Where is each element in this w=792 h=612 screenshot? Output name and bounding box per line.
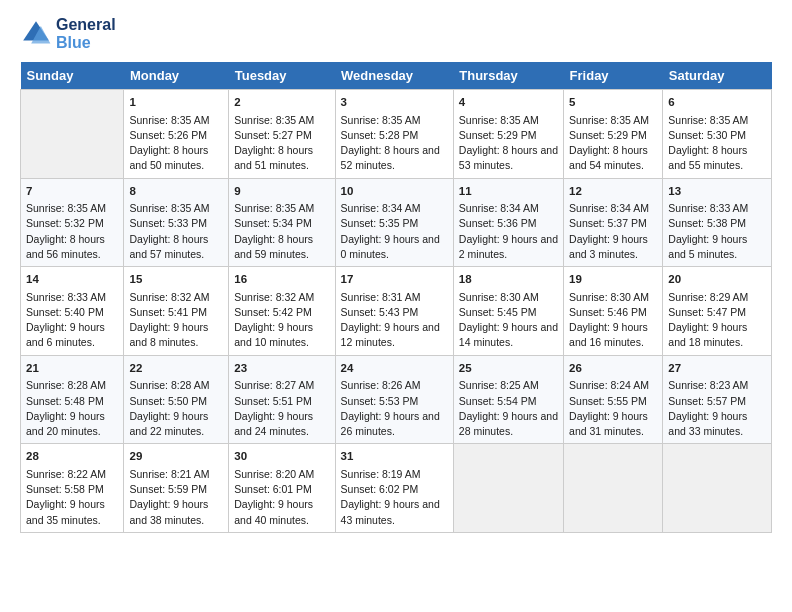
calendar-cell: 30Sunrise: 8:20 AMSunset: 6:01 PMDayligh… [229, 444, 335, 533]
calendar-cell: 14Sunrise: 8:33 AMSunset: 5:40 PMDayligh… [21, 267, 124, 356]
col-header-saturday: Saturday [663, 62, 772, 90]
daylight-text: Daylight: 9 hours and 3 minutes. [569, 233, 648, 260]
sunset-text: Sunset: 5:57 PM [668, 395, 746, 407]
daylight-text: Daylight: 9 hours and 18 minutes. [668, 321, 747, 348]
sunset-text: Sunset: 5:40 PM [26, 306, 104, 318]
sunset-text: Sunset: 5:48 PM [26, 395, 104, 407]
daylight-text: Daylight: 9 hours and 12 minutes. [341, 321, 440, 348]
day-number: 28 [26, 448, 118, 465]
sunrise-text: Sunrise: 8:32 AM [234, 291, 314, 303]
sunset-text: Sunset: 5:41 PM [129, 306, 207, 318]
calendar-cell: 16Sunrise: 8:32 AMSunset: 5:42 PMDayligh… [229, 267, 335, 356]
calendar-cell: 19Sunrise: 8:30 AMSunset: 5:46 PMDayligh… [564, 267, 663, 356]
calendar-cell [21, 90, 124, 179]
calendar-cell: 5Sunrise: 8:35 AMSunset: 5:29 PMDaylight… [564, 90, 663, 179]
daylight-text: Daylight: 9 hours and 2 minutes. [459, 233, 558, 260]
sunrise-text: Sunrise: 8:35 AM [234, 202, 314, 214]
sunrise-text: Sunrise: 8:34 AM [569, 202, 649, 214]
week-row-5: 28Sunrise: 8:22 AMSunset: 5:58 PMDayligh… [21, 444, 772, 533]
sunset-text: Sunset: 5:50 PM [129, 395, 207, 407]
day-number: 20 [668, 271, 766, 288]
sunset-text: Sunset: 5:47 PM [668, 306, 746, 318]
calendar-table: SundayMondayTuesdayWednesdayThursdayFrid… [20, 62, 772, 533]
sunrise-text: Sunrise: 8:26 AM [341, 379, 421, 391]
calendar-cell: 18Sunrise: 8:30 AMSunset: 5:45 PMDayligh… [453, 267, 563, 356]
sunrise-text: Sunrise: 8:35 AM [569, 114, 649, 126]
calendar-cell: 21Sunrise: 8:28 AMSunset: 5:48 PMDayligh… [21, 355, 124, 444]
sunset-text: Sunset: 5:34 PM [234, 217, 312, 229]
day-number: 5 [569, 94, 657, 111]
sunset-text: Sunset: 5:32 PM [26, 217, 104, 229]
daylight-text: Daylight: 8 hours and 54 minutes. [569, 144, 648, 171]
sunset-text: Sunset: 5:45 PM [459, 306, 537, 318]
sunset-text: Sunset: 5:38 PM [668, 217, 746, 229]
daylight-text: Daylight: 9 hours and 28 minutes. [459, 410, 558, 437]
daylight-text: Daylight: 9 hours and 5 minutes. [668, 233, 747, 260]
day-number: 17 [341, 271, 448, 288]
calendar-cell: 29Sunrise: 8:21 AMSunset: 5:59 PMDayligh… [124, 444, 229, 533]
sunrise-text: Sunrise: 8:35 AM [459, 114, 539, 126]
daylight-text: Daylight: 9 hours and 38 minutes. [129, 498, 208, 525]
day-number: 24 [341, 360, 448, 377]
sunset-text: Sunset: 5:43 PM [341, 306, 419, 318]
calendar-cell: 4Sunrise: 8:35 AMSunset: 5:29 PMDaylight… [453, 90, 563, 179]
day-number: 2 [234, 94, 329, 111]
calendar-cell: 10Sunrise: 8:34 AMSunset: 5:35 PMDayligh… [335, 178, 453, 267]
week-row-3: 14Sunrise: 8:33 AMSunset: 5:40 PMDayligh… [21, 267, 772, 356]
week-row-1: 1Sunrise: 8:35 AMSunset: 5:26 PMDaylight… [21, 90, 772, 179]
sunset-text: Sunset: 5:33 PM [129, 217, 207, 229]
sunrise-text: Sunrise: 8:35 AM [234, 114, 314, 126]
day-number: 4 [459, 94, 558, 111]
daylight-text: Daylight: 9 hours and 24 minutes. [234, 410, 313, 437]
day-number: 26 [569, 360, 657, 377]
daylight-text: Daylight: 8 hours and 52 minutes. [341, 144, 440, 171]
daylight-text: Daylight: 8 hours and 57 minutes. [129, 233, 208, 260]
calendar-cell: 28Sunrise: 8:22 AMSunset: 5:58 PMDayligh… [21, 444, 124, 533]
sunrise-text: Sunrise: 8:29 AM [668, 291, 748, 303]
daylight-text: Daylight: 9 hours and 26 minutes. [341, 410, 440, 437]
col-header-monday: Monday [124, 62, 229, 90]
day-number: 13 [668, 183, 766, 200]
sunset-text: Sunset: 5:26 PM [129, 129, 207, 141]
sunrise-text: Sunrise: 8:20 AM [234, 468, 314, 480]
sunrise-text: Sunrise: 8:30 AM [569, 291, 649, 303]
sunset-text: Sunset: 5:35 PM [341, 217, 419, 229]
sunrise-text: Sunrise: 8:35 AM [26, 202, 106, 214]
sunrise-text: Sunrise: 8:24 AM [569, 379, 649, 391]
sunset-text: Sunset: 5:42 PM [234, 306, 312, 318]
daylight-text: Daylight: 9 hours and 33 minutes. [668, 410, 747, 437]
sunrise-text: Sunrise: 8:35 AM [129, 202, 209, 214]
sunset-text: Sunset: 5:55 PM [569, 395, 647, 407]
daylight-text: Daylight: 9 hours and 40 minutes. [234, 498, 313, 525]
day-number: 18 [459, 271, 558, 288]
daylight-text: Daylight: 9 hours and 0 minutes. [341, 233, 440, 260]
sunset-text: Sunset: 5:27 PM [234, 129, 312, 141]
calendar-cell: 27Sunrise: 8:23 AMSunset: 5:57 PMDayligh… [663, 355, 772, 444]
day-number: 12 [569, 183, 657, 200]
calendar-cell: 2Sunrise: 8:35 AMSunset: 5:27 PMDaylight… [229, 90, 335, 179]
sunrise-text: Sunrise: 8:34 AM [459, 202, 539, 214]
day-number: 1 [129, 94, 223, 111]
logo: General Blue [20, 16, 116, 52]
logo-text: General Blue [56, 16, 116, 52]
day-number: 19 [569, 271, 657, 288]
day-number: 7 [26, 183, 118, 200]
calendar-cell [564, 444, 663, 533]
calendar-cell: 12Sunrise: 8:34 AMSunset: 5:37 PMDayligh… [564, 178, 663, 267]
day-number: 11 [459, 183, 558, 200]
sunset-text: Sunset: 5:58 PM [26, 483, 104, 495]
daylight-text: Daylight: 8 hours and 50 minutes. [129, 144, 208, 171]
day-number: 14 [26, 271, 118, 288]
day-number: 8 [129, 183, 223, 200]
day-number: 9 [234, 183, 329, 200]
sunrise-text: Sunrise: 8:32 AM [129, 291, 209, 303]
calendar-cell: 6Sunrise: 8:35 AMSunset: 5:30 PMDaylight… [663, 90, 772, 179]
daylight-text: Daylight: 8 hours and 56 minutes. [26, 233, 105, 260]
daylight-text: Daylight: 9 hours and 22 minutes. [129, 410, 208, 437]
day-number: 3 [341, 94, 448, 111]
col-header-thursday: Thursday [453, 62, 563, 90]
day-number: 21 [26, 360, 118, 377]
calendar-cell: 8Sunrise: 8:35 AMSunset: 5:33 PMDaylight… [124, 178, 229, 267]
daylight-text: Daylight: 9 hours and 8 minutes. [129, 321, 208, 348]
sunrise-text: Sunrise: 8:28 AM [26, 379, 106, 391]
